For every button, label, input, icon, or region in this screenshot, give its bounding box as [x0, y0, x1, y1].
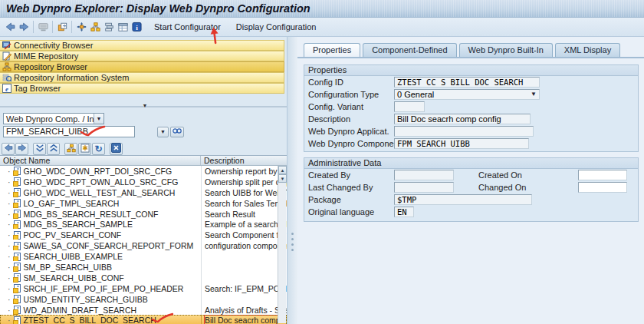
table-view-icon: [118, 22, 128, 31]
tab-web-dynpro-built-in[interactable]: Web Dynpro Built-In: [459, 43, 553, 57]
double-chevron-down-icon: [35, 144, 44, 154]
administrative-data-title: Administrative Data: [304, 158, 638, 169]
table-row[interactable]: ·SAWE_SA_CONF_SEARCH_REPORT_FORM configu…: [0, 240, 287, 251]
configuration-panel: Properties Component-Defined Web Dynpro …: [297, 37, 644, 324]
object-description: Bill Doc seacrh comp con: [201, 315, 287, 324]
object-description: [201, 273, 287, 283]
tab-xml-display[interactable]: XML Display: [555, 43, 620, 57]
sidebar-item-connectivity-browser[interactable]: Connectivity Browser: [0, 40, 284, 51]
object-name: MDG_BS_SEARCH_RESULT_CONF: [24, 210, 159, 219]
chevron-down-icon[interactable]: ▼: [531, 90, 537, 99]
table-row[interactable]: ·WD_ADMIN_DRAFT_SEARCH Analysis of Draft…: [0, 305, 287, 316]
object-list-icon: [104, 22, 114, 31]
close-panel-button[interactable]: [110, 143, 123, 155]
chevron-down-icon[interactable]: ▼: [94, 114, 104, 124]
last-changed-by-field[interactable]: [394, 182, 454, 193]
splitter-grip-icon: [291, 233, 294, 253]
tab-properties[interactable]: Properties: [304, 43, 360, 57]
sidebar-item-repository-information-system[interactable]: Repository Information System: [0, 72, 284, 83]
original-language-field[interactable]: EN: [394, 207, 414, 217]
changed-on-field[interactable]: [578, 182, 627, 193]
table-row[interactable]: ·SM_SEARCH_UIBB_CONF: [0, 273, 287, 283]
object-name: SEARCH_UIBB_EXAMPLE: [24, 252, 123, 261]
object-name-input[interactable]: FPM_SEARCH_UIBB: [3, 126, 135, 137]
wd-config-icon: [14, 284, 21, 293]
page-title: Web Dynpro Explorer: Display Web Dynpro …: [0, 0, 644, 17]
title-bar: Web Dynpro Explorer: Display Web Dynpro …: [0, 0, 644, 18]
configuration-type-select[interactable]: ▼0 General: [394, 89, 540, 100]
sidebar-item-mime-repository[interactable]: MIME Repository: [0, 51, 284, 61]
refresh-button[interactable]: ↻: [92, 143, 105, 155]
web-dynpro-component-field[interactable]: FPM_SEARCH_UIBB: [394, 138, 529, 149]
table-row[interactable]: ·GHO_WDC_WELL_TEST_ANL_SEARCH Search UIB…: [0, 187, 287, 198]
info-button[interactable]: i: [130, 20, 143, 34]
object-tree: Object Name Description ·GHO_WDC_OWN_RPT…: [0, 155, 287, 324]
history-dropdown-button[interactable]: ▼: [157, 127, 169, 137]
where-used-button[interactable]: [74, 20, 88, 34]
sidebar-item-repository-browser[interactable]: Repository Browser: [0, 61, 284, 72]
object-type-value: Web Dynpro Comp. / Intf.: [4, 114, 94, 124]
table-row-selected[interactable]: ·ZTEST_CC_S_BILL_DOC_SEARCH Bill Doc sea…: [0, 315, 287, 324]
column-header-description[interactable]: Description: [201, 156, 287, 165]
forward-button[interactable]: [17, 20, 31, 34]
web-dynpro-application-field[interactable]: [394, 126, 534, 137]
sidebar-item-tag-browser[interactable]: e Tag Browser: [0, 83, 284, 94]
navigation-panel: Connectivity Browser MIME Repository Rep…: [0, 37, 287, 324]
created-by-field[interactable]: [394, 170, 454, 180]
config-variant-field[interactable]: [394, 101, 425, 112]
wd-config-icon: [14, 231, 21, 240]
table-row[interactable]: ·MDG_BS_SEARCH_SAMPLE Example of a searc…: [0, 219, 287, 230]
hierarchy-icon: [90, 22, 100, 31]
description-field[interactable]: Bill Doc seacrh comp config: [394, 114, 531, 124]
tree-back-button[interactable]: [2, 143, 15, 155]
grid-asterisk-icon: ✱: [80, 144, 90, 154]
close-icon: [111, 143, 121, 154]
info-icon: i: [132, 22, 142, 31]
panel-splitter[interactable]: [287, 37, 297, 324]
sidebar-item-label: Repository Information System: [14, 73, 129, 82]
column-header-object-name[interactable]: Object Name: [0, 156, 201, 165]
table-row[interactable]: ·POC_PV_SEARCH_CONF Search Component for…: [0, 230, 287, 240]
tree-forward-button[interactable]: [15, 143, 28, 155]
collapse-all-button[interactable]: [47, 143, 60, 155]
toolbar-separator: [52, 21, 53, 33]
object-hierarchy-button[interactable]: [88, 20, 102, 34]
tab-strip: Properties Component-Defined Web Dynpro …: [304, 43, 620, 57]
expand-all-button[interactable]: [33, 143, 46, 155]
display-hierarchy-button[interactable]: [64, 143, 77, 155]
config-id-field[interactable]: ZTEST_CC_S_BILL_DOC_SEARCH: [394, 77, 540, 88]
scroll-up-icon[interactable]: ▲: [278, 166, 287, 174]
start-configurator-button[interactable]: Start Configurator: [150, 21, 225, 32]
table-row[interactable]: ·GHO_WDC_RPT_OWN_ALLO_SRC_CFG Ownership …: [0, 177, 287, 187]
object-type-select[interactable]: Web Dynpro Comp. / Intf. ▼: [3, 113, 104, 124]
display-configuration-button[interactable]: Display Configuration: [232, 21, 321, 32]
toolbar-separator: [71, 21, 72, 33]
collapse-handle[interactable]: ▼: [140, 103, 150, 109]
object-list-button[interactable]: [102, 20, 116, 34]
table-row[interactable]: ·SEARCH_UIBB_EXAMPLE: [0, 251, 287, 262]
sidebar-item-label: Connectivity Browser: [14, 41, 93, 50]
display-change-button[interactable]: [55, 20, 69, 34]
back-icon: [4, 144, 13, 154]
web-dynpro-application-label: Web Dynpro Applicat.: [308, 127, 394, 136]
table-row[interactable]: ·SRCH_IF_EPM_PO_IF_EPM_PO_HEADER Search:…: [0, 283, 287, 294]
scroll-down-icon[interactable]: ▼: [278, 174, 287, 183]
table-row[interactable]: ·SM_BP_SEARCH_UIBB: [0, 262, 287, 273]
object-name: SM_BP_SEARCH_UIBB: [24, 263, 113, 272]
created-on-field[interactable]: [578, 170, 627, 180]
table-row[interactable]: ·LO_GAF_TMPL_SEARCH Search for Sales Tem…: [0, 198, 287, 209]
object-name: USMD_ENTITY_SEARCH_GUIBB: [24, 295, 148, 304]
tree-scrollbar[interactable]: ▲ ▼: [278, 166, 286, 323]
new-session-button[interactable]: [36, 20, 50, 34]
search-help-button[interactable]: [170, 127, 184, 137]
table-row[interactable]: ·GHO_WDC_OWN_RPT_DOI_SRC_CFG Ownership r…: [0, 166, 287, 177]
favorites-button[interactable]: ✱: [78, 143, 91, 155]
table-row[interactable]: ·MDG_BS_SEARCH_RESULT_CONF Search Result: [0, 209, 287, 220]
object-description: Search Result: [201, 209, 287, 220]
table-view-button[interactable]: [116, 20, 130, 34]
tab-component-defined[interactable]: Component-Defined: [363, 43, 456, 57]
package-field[interactable]: $TMP: [394, 194, 532, 205]
table-row[interactable]: ·USMD_ENTITY_SEARCH_GUIBB: [0, 294, 287, 305]
wd-config-icon: [14, 242, 21, 250]
back-button[interactable]: [3, 20, 17, 34]
